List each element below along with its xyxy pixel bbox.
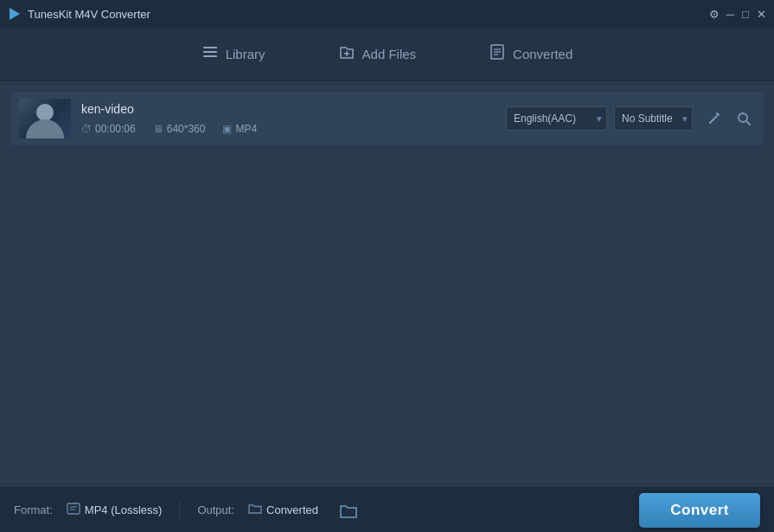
nav-bar: Library Add Files Converted [0,28,774,81]
window-controls: ⚙ ─ □ ✕ [708,8,767,20]
nav-add-files[interactable]: Add Files [328,38,427,70]
open-folder-button[interactable] [339,501,358,520]
status-separator [179,502,180,519]
svg-rect-3 [203,55,217,57]
output-value: Converted [266,503,318,516]
output-value-container: Converted [248,502,318,518]
file-actions [703,107,755,130]
svg-rect-12 [67,503,80,514]
file-format: ▣ MP4 [222,123,257,135]
edit-button[interactable] [703,107,726,130]
format-value: MP4 (Lossless) [85,503,163,516]
subtitle-dropdown[interactable]: No Subtitle English French [614,106,693,131]
audio-dropdown[interactable]: English(AAC) Japanese(AAC) French(AAC) [506,106,607,131]
nav-add-files-label: Add Files [362,47,417,61]
file-meta: ⏱ 00:00:06 🖥 640*360 ▣ MP4 [81,123,496,135]
nav-converted[interactable]: Converted [478,38,583,70]
title-bar: TunesKit M4V Converter ⚙ ─ □ ✕ [0,0,774,28]
file-name: ken-video [81,102,496,116]
convert-button[interactable]: Convert [639,493,760,528]
format-value-container: MP4 (Lossless) [67,502,163,518]
file-thumbnail [19,99,71,138]
file-info: ken-video ⏱ 00:00:06 🖥 640*360 ▣ MP4 [81,102,496,135]
output-folder-icon [248,502,262,518]
close-button[interactable]: ✕ [755,8,767,20]
content-area: ken-video ⏱ 00:00:06 🖥 640*360 ▣ MP4 [0,81,774,487]
settings-button[interactable]: ⚙ [708,8,720,20]
svg-line-11 [746,121,750,125]
app-title: TunesKit M4V Converter [28,8,150,21]
file-dropdowns: English(AAC) Japanese(AAC) French(AAC) N… [506,106,693,131]
resolution-icon: 🖥 [153,123,163,135]
format-status-icon [67,502,80,518]
minimize-button[interactable]: ─ [724,8,736,20]
svg-marker-0 [10,8,20,20]
nav-converted-label: Converted [513,47,573,61]
status-bar: Format: MP4 (Lossless) Output: Converted… [0,487,774,532]
svg-rect-1 [203,47,217,48]
subtitle-dropdown-wrapper: No Subtitle English French [614,106,693,131]
app-logo-icon [7,6,22,22]
format-icon: ▣ [222,123,232,135]
svg-rect-2 [203,51,217,53]
search-button[interactable] [732,107,755,130]
maximize-button[interactable]: □ [739,8,752,20]
file-item: ken-video ⏱ 00:00:06 🖥 640*360 ▣ MP4 [10,92,764,145]
clock-icon: ⏱ [81,123,92,135]
add-files-icon [338,43,355,65]
file-duration: ⏱ 00:00:06 [81,123,136,135]
library-icon [201,43,219,65]
audio-dropdown-wrapper: English(AAC) Japanese(AAC) French(AAC) [506,106,607,131]
converted-icon [489,43,506,65]
nav-library[interactable]: Library [191,38,276,70]
format-label: Format: [14,503,53,516]
file-resolution: 🖥 640*360 [153,123,206,135]
output-label: Output: [197,503,234,516]
nav-library-label: Library [226,47,265,61]
